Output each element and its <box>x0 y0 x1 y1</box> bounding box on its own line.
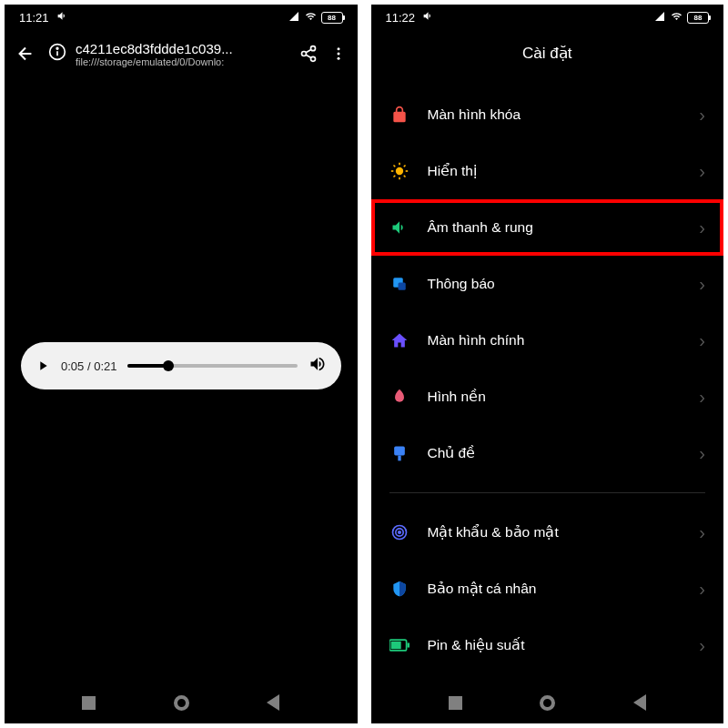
speaker-icon[interactable] <box>308 355 327 377</box>
svg-rect-21 <box>398 283 405 290</box>
audio-seekbar[interactable] <box>127 364 297 368</box>
settings-item-label: Màn hình chính <box>428 332 682 349</box>
settings-item-sound[interactable]: Âm thanh & rung › <box>371 199 724 256</box>
divider <box>389 492 706 493</box>
settings-item-label: Bảo mật cá nhân <box>428 581 682 597</box>
page-title: c4211ec8d3fddde1c039... <box>76 41 233 56</box>
battery-icon: 88 <box>321 12 343 24</box>
chevron-right-icon: › <box>699 387 705 408</box>
url-block[interactable]: c4211ec8d3fddde1c039... file:///storage/… <box>48 41 287 67</box>
chevron-right-icon: › <box>699 635 705 656</box>
svg-line-19 <box>403 166 405 167</box>
svg-point-2 <box>56 47 58 49</box>
chevron-right-icon: › <box>699 522 705 543</box>
status-time: 11:21 <box>19 11 49 25</box>
nav-recent-icon[interactable] <box>449 696 462 710</box>
nav-back-icon[interactable] <box>267 694 279 711</box>
theme-icon <box>389 443 410 463</box>
chevron-right-icon: › <box>699 161 705 182</box>
settings-item-privacy[interactable]: Bảo mật cá nhân › <box>371 561 724 617</box>
wifi-icon <box>670 11 683 25</box>
svg-rect-29 <box>407 642 410 647</box>
svg-line-7 <box>306 55 311 57</box>
back-icon[interactable] <box>15 44 35 64</box>
svg-line-6 <box>306 49 311 52</box>
svg-point-11 <box>395 167 402 175</box>
settings-title: Cài đặt <box>371 30 724 76</box>
signal-icon <box>288 11 300 25</box>
chevron-right-icon: › <box>699 274 705 295</box>
settings-item-label: Hiển thị <box>428 163 682 179</box>
svg-point-4 <box>301 52 306 56</box>
shield-icon <box>389 579 410 599</box>
settings-item-theme[interactable]: Chủ đề › <box>371 425 724 481</box>
home-icon <box>389 330 410 350</box>
phone-settings: 11:22 88 Cài đặt Màn hình khóa › <box>371 5 724 723</box>
settings-list: Màn hình khóa › Hiển thị › Âm thanh & ru… <box>371 76 724 682</box>
svg-point-10 <box>337 57 339 60</box>
settings-item-homescreen[interactable]: Màn hình chính › <box>371 312 724 369</box>
settings-item-wallpaper[interactable]: Hình nền › <box>371 369 724 425</box>
settings-item-label: Chủ đề <box>428 445 682 461</box>
page-url: file:///storage/emulated/0/Downlo: <box>76 56 233 67</box>
status-time: 11:22 <box>386 11 416 25</box>
nav-recent-icon[interactable] <box>82 696 96 710</box>
notification-icon <box>389 274 410 294</box>
more-icon[interactable] <box>330 46 347 62</box>
settings-item-notifications[interactable]: Thông báo › <box>371 256 724 312</box>
svg-point-9 <box>337 53 339 56</box>
battery-item-icon <box>389 635 410 655</box>
brightness-icon <box>389 161 410 181</box>
fingerprint-icon <box>389 522 410 542</box>
svg-rect-22 <box>394 447 405 456</box>
chevron-right-icon: › <box>699 579 705 600</box>
content-area: 0:05 / 0:21 <box>5 77 358 682</box>
svg-point-26 <box>398 531 400 534</box>
svg-point-3 <box>310 46 315 51</box>
svg-point-8 <box>337 47 339 50</box>
android-nav <box>371 682 724 723</box>
svg-line-18 <box>393 176 395 177</box>
browser-header: c4211ec8d3fddde1c039... file:///storage/… <box>5 30 358 77</box>
signal-icon <box>653 11 666 25</box>
svg-line-14 <box>393 166 395 167</box>
lock-icon <box>389 105 410 125</box>
chevron-right-icon: › <box>699 443 705 464</box>
settings-item-label: Pin & hiệu suất <box>428 637 682 653</box>
svg-rect-28 <box>390 642 400 649</box>
info-icon <box>48 43 66 65</box>
phone-browser: 11:21 88 c4211ec8d3fddde1c039... fi <box>5 5 358 723</box>
settings-item-label: Màn hình khóa <box>428 106 682 123</box>
audio-time: 0:05 / 0:21 <box>61 359 116 373</box>
settings-item-label: Hình nền <box>428 389 682 405</box>
wallpaper-icon <box>389 387 410 407</box>
nav-home-icon[interactable] <box>174 695 189 711</box>
settings-item-label: Âm thanh & rung <box>428 219 682 236</box>
chevron-right-icon: › <box>699 105 705 126</box>
settings-item-display[interactable]: Hiển thị › <box>371 143 724 199</box>
status-bar: 11:22 88 <box>371 5 724 30</box>
share-icon[interactable] <box>299 45 318 63</box>
status-bar: 11:21 88 <box>5 5 358 30</box>
sound-icon <box>389 217 410 238</box>
settings-item-lockscreen[interactable]: Màn hình khóa › <box>371 86 724 143</box>
settings-item-label: Thông báo <box>428 276 682 292</box>
wifi-icon <box>304 11 318 25</box>
audio-player: 0:05 / 0:21 <box>21 342 341 389</box>
nav-back-icon[interactable] <box>633 694 646 711</box>
android-nav <box>5 682 358 723</box>
svg-point-5 <box>310 56 315 61</box>
volume-icon <box>56 10 68 25</box>
battery-icon: 88 <box>687 12 709 24</box>
settings-item-security[interactable]: Mật khẩu & bảo mật › <box>371 504 724 561</box>
settings-item-label: Mật khẩu & bảo mật <box>428 524 682 541</box>
play-button[interactable] <box>35 359 50 373</box>
chevron-right-icon: › <box>699 330 705 351</box>
chevron-right-icon: › <box>699 217 705 238</box>
svg-line-15 <box>403 176 405 177</box>
volume-icon <box>422 10 434 25</box>
svg-rect-23 <box>398 456 400 461</box>
settings-item-battery[interactable]: Pin & hiệu suất › <box>371 617 724 673</box>
nav-home-icon[interactable] <box>540 695 555 711</box>
